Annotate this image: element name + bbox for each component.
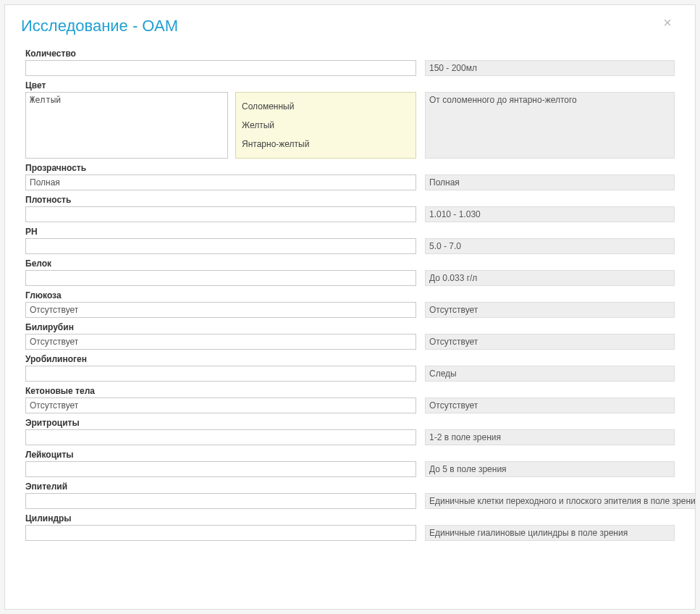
input-clarity[interactable]: [25, 174, 416, 190]
label-color: Цвет: [25, 80, 228, 91]
row-ketones: Кетоновые тела Отсутствует: [25, 386, 675, 413]
label-ketones: Кетоновые тела: [25, 386, 416, 396]
color-option-yellow[interactable]: Желтый: [239, 116, 413, 135]
label-ph: PH: [25, 227, 416, 237]
label-cylinders: Цилиндры: [25, 513, 416, 523]
row-cylinders: Цилиндры Единичные гиалиновые цилиндры в…: [25, 513, 675, 541]
row-epithelium: Эпителий Единичные клетки переходного и …: [25, 481, 675, 509]
dialog-window: Исследование - ОАМ × Количество 150 - 20…: [4, 4, 696, 610]
norm-ketones: Отсутствует: [425, 398, 675, 413]
row-erythrocytes: Эритроциты 1-2 в поле зрения: [25, 418, 675, 445]
norm-clarity: Полная: [425, 174, 675, 190]
input-ph[interactable]: [25, 238, 416, 254]
dialog-title: Исследование - ОАМ: [21, 17, 178, 35]
input-quantity[interactable]: [25, 60, 416, 76]
label-urobilinogen: Уробилиноген: [25, 354, 416, 364]
norm-urobilinogen: Следы: [425, 366, 675, 382]
input-ketones[interactable]: [25, 398, 416, 413]
color-options-list[interactable]: Соломенный Желтый Янтарно-желтый: [235, 92, 416, 159]
norm-bilirubin: Отсутствует: [425, 334, 675, 350]
norm-ph: 5.0 - 7.0: [425, 238, 675, 254]
close-icon[interactable]: ×: [660, 14, 675, 31]
row-ph: PH 5.0 - 7.0: [25, 227, 675, 254]
label-protein: Белок: [25, 258, 416, 269]
input-leukocytes[interactable]: [25, 461, 416, 477]
label-epithelium: Эпителий: [25, 481, 416, 492]
label-bilirubin: Билирубин: [25, 322, 416, 332]
label-clarity: Прозрачность: [25, 163, 416, 173]
color-option-amber[interactable]: Янтарно-желтый: [239, 135, 413, 154]
input-epithelium[interactable]: [25, 493, 416, 509]
form-body: Количество 150 - 200мл Цвет Соломенный Ж…: [21, 49, 675, 541]
row-color: Цвет Соломенный Желтый Янтарно-желтый От…: [25, 80, 675, 159]
label-quantity: Количество: [25, 49, 416, 59]
row-glucose: Глюкоза Отсутствует: [25, 290, 675, 318]
norm-cylinders: Единичные гиалиновые цилиндры в поле зре…: [425, 525, 675, 541]
norm-epithelium: Единичные клетки переходного и плоского …: [425, 493, 696, 509]
row-protein: Белок До 0.033 г/л: [25, 258, 675, 286]
label-erythrocytes: Эритроциты: [25, 418, 416, 428]
row-urobilinogen: Уробилиноген Следы: [25, 354, 675, 382]
input-urobilinogen[interactable]: [25, 366, 416, 382]
row-density: Плотность 1.010 - 1.030: [25, 195, 675, 222]
dialog-header: Исследование - ОАМ ×: [21, 14, 675, 49]
norm-erythrocytes: 1-2 в поле зрения: [425, 429, 675, 445]
norm-color: От соломенного до янтарно-желтого: [425, 92, 675, 159]
norm-quantity: 150 - 200мл: [425, 60, 675, 76]
label-leukocytes: Лейкоциты: [25, 450, 416, 460]
norm-leukocytes: До 5 в поле зрения: [425, 461, 675, 477]
label-density: Плотность: [25, 195, 416, 205]
color-option-straw[interactable]: Соломенный: [239, 97, 413, 116]
input-color[interactable]: [25, 92, 228, 159]
input-density[interactable]: [25, 206, 416, 222]
norm-density: 1.010 - 1.030: [425, 206, 675, 222]
input-erythrocytes[interactable]: [25, 429, 416, 445]
input-glucose[interactable]: [25, 302, 416, 318]
norm-glucose: Отсутствует: [425, 302, 675, 318]
row-leukocytes: Лейкоциты До 5 в поле зрения: [25, 450, 675, 477]
input-protein[interactable]: [25, 270, 416, 286]
row-bilirubin: Билирубин Отсутствует: [25, 322, 675, 350]
row-quantity: Количество 150 - 200мл: [25, 49, 675, 76]
row-clarity: Прозрачность Полная: [25, 163, 675, 190]
input-cylinders[interactable]: [25, 525, 416, 541]
label-glucose: Глюкоза: [25, 290, 416, 300]
input-bilirubin[interactable]: [25, 334, 416, 350]
norm-protein: До 0.033 г/л: [425, 270, 675, 286]
